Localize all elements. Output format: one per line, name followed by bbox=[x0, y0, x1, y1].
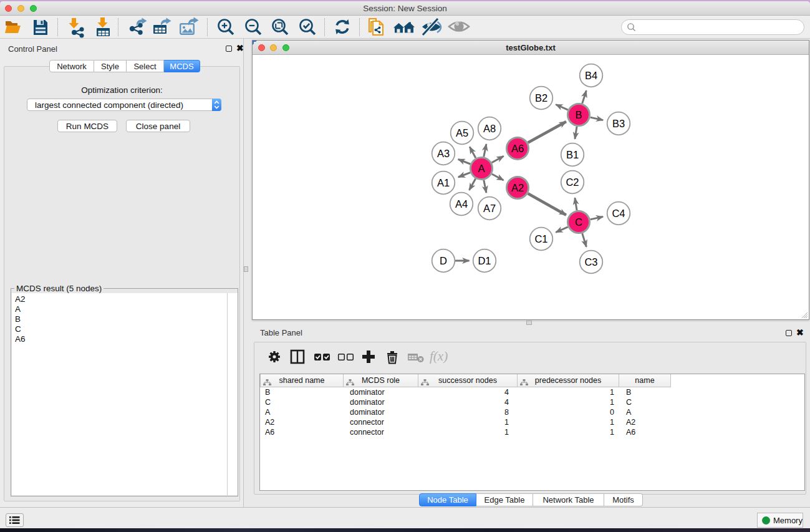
svg-text:B2: B2 bbox=[535, 92, 547, 104]
svg-text:A: A bbox=[478, 163, 485, 174]
svg-text:A2: A2 bbox=[511, 182, 524, 193]
svg-text:B: B bbox=[575, 109, 582, 120]
svg-text:C4: C4 bbox=[612, 208, 625, 219]
svg-text:B4: B4 bbox=[585, 70, 597, 81]
svg-text:B3: B3 bbox=[612, 118, 625, 129]
svg-text:A1: A1 bbox=[437, 177, 450, 188]
svg-text:A5: A5 bbox=[456, 127, 468, 138]
svg-text:A7: A7 bbox=[483, 203, 496, 214]
svg-text:D: D bbox=[440, 255, 447, 266]
svg-text:D1: D1 bbox=[478, 255, 491, 266]
svg-text:C1: C1 bbox=[534, 233, 547, 244]
svg-text:C: C bbox=[575, 216, 582, 228]
svg-text:B1: B1 bbox=[566, 149, 579, 160]
svg-text:A3: A3 bbox=[437, 148, 450, 159]
svg-text:A8: A8 bbox=[483, 123, 496, 134]
svg-text:A6: A6 bbox=[511, 143, 524, 154]
svg-text:A4: A4 bbox=[455, 198, 468, 210]
svg-text:C3: C3 bbox=[584, 256, 597, 268]
svg-text:C2: C2 bbox=[566, 177, 579, 188]
